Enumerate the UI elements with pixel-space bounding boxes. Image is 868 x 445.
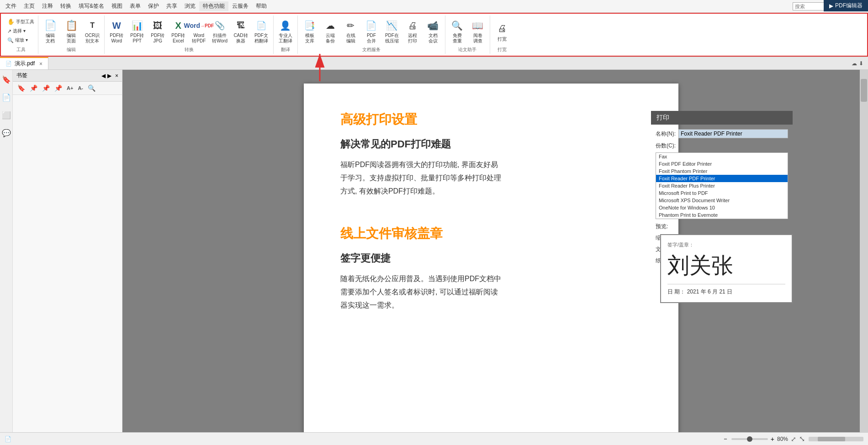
horizontal-scrollbar[interactable] bbox=[809, 437, 863, 440]
pdf-merge-btn[interactable]: 📄 PDF合并 bbox=[361, 17, 381, 46]
edit-doc-btn[interactable]: 📄 编辑文档 bbox=[40, 17, 60, 46]
pro-translate-btn[interactable]: 👤 专业人工翻译 bbox=[275, 17, 296, 46]
print-btn[interactable]: 🖨 打宽 bbox=[492, 17, 512, 46]
remote-print-btn[interactable]: 🖨 远程打印 bbox=[402, 17, 423, 46]
group-label-edit: 编辑 bbox=[67, 47, 76, 53]
zoom-percent: 80% bbox=[777, 436, 788, 440]
zoom-handle[interactable] bbox=[747, 436, 752, 440]
pdf-to-jpg-icon: 🖼 bbox=[150, 19, 165, 32]
left-icon-layers[interactable]: ⬜ bbox=[0, 109, 13, 121]
sidebar-tool-pin3[interactable]: 📌 bbox=[53, 84, 63, 93]
doc-tab-demo[interactable]: 📄 演示.pdf × bbox=[0, 57, 48, 69]
sidebar-close-icon[interactable]: × bbox=[115, 73, 118, 79]
menu-share[interactable]: 共享 bbox=[163, 1, 181, 11]
printer-phantom-evernote[interactable]: Phantom Print to Evernote bbox=[656, 211, 788, 219]
printer-foxit-phantom[interactable]: Foxit Phantom Printer bbox=[656, 168, 788, 175]
pdf-to-jpg-btn[interactable]: 🖼 PDF转JPG bbox=[148, 17, 168, 46]
section1: 高级打印设置 解决常见的PDF打印难题 福昕PDF阅读器拥有强大的打印功能, 界… bbox=[340, 111, 642, 198]
sidebar-next-icon[interactable]: ▶ bbox=[107, 73, 111, 79]
sidebar-tool-bookmark[interactable]: 🔖 bbox=[16, 84, 26, 93]
menu-help[interactable]: 帮助 bbox=[252, 1, 270, 11]
sidebar-prev-icon[interactable]: ◀ bbox=[101, 73, 106, 79]
menu-cloud[interactable]: 云服务 bbox=[228, 1, 252, 11]
left-icon-page[interactable]: 📄 bbox=[0, 91, 13, 104]
printer-fax[interactable]: Fax bbox=[656, 153, 788, 160]
printer-ms-xps[interactable]: Microsoft XPS Document Writer bbox=[656, 197, 788, 204]
zoom-slider[interactable] bbox=[731, 438, 768, 440]
cloud-backup-icon: ☁ bbox=[323, 19, 338, 32]
vertical-scrollbar[interactable]: ▼ bbox=[860, 70, 868, 439]
online-edit-btn[interactable]: ✏ 在线编辑 bbox=[341, 17, 361, 46]
cloud-backup-btn[interactable]: ☁ 云端备份 bbox=[320, 17, 340, 46]
word-to-pdf-btn[interactable]: Word→PDF Word转PDF bbox=[189, 17, 209, 46]
section1-title: 高级打印设置 bbox=[340, 111, 642, 128]
doc-tab-close-btn[interactable]: × bbox=[39, 61, 42, 67]
menu-sign[interactable]: 填写&签名 bbox=[75, 1, 108, 11]
scrollbar-thumb[interactable] bbox=[861, 79, 867, 102]
grading-survey-icon: 📖 bbox=[471, 19, 485, 32]
printer-onenote[interactable]: OneNote for Windows 10 bbox=[656, 204, 788, 211]
pdf-editor-arrow-icon: ▶ bbox=[829, 3, 833, 9]
menu-view[interactable]: 视图 bbox=[108, 1, 126, 11]
sidebar-tool-search[interactable]: 🔍 bbox=[87, 84, 96, 93]
check-plagiarism-btn[interactable]: 🔍 免费查重 bbox=[447, 17, 467, 46]
printer-ms-pdf[interactable]: Microsoft Print to PDF bbox=[656, 189, 788, 197]
scan-to-word-btn[interactable]: 📎 扫描件转Word bbox=[209, 17, 230, 46]
zoom-plus-btn[interactable]: + bbox=[771, 435, 774, 440]
menu-browse[interactable]: 浏览 bbox=[181, 1, 199, 11]
grading-survey-btn[interactable]: 📖 阅卷调查 bbox=[468, 17, 488, 46]
sidebar: 书签 ◀ ▶ × 🔖 📌 📌 📌 A+ A- 🔍 bbox=[13, 70, 122, 439]
edit-page-btn[interactable]: 📋 编辑页面 bbox=[61, 17, 81, 46]
printer-foxit-reader-plus[interactable]: Foxit Reader Plus Printer bbox=[656, 182, 788, 189]
pdf-editor-label: PDF编辑器 bbox=[835, 2, 863, 10]
cad-converter-btn[interactable]: 🏗 CAD转换器 bbox=[231, 17, 251, 46]
pdf-editor-button[interactable]: ▶ PDF编辑器 bbox=[824, 0, 868, 11]
sidebar-tool-pin2[interactable]: 📌 bbox=[41, 84, 51, 93]
printer-foxit-reader[interactable]: Foxit Reader PDF Printer bbox=[656, 175, 788, 182]
section2-body: 随着无纸化办公应用普及。当遇到使用PDF文档中需要添加个人签名或者标识时, 可以… bbox=[340, 272, 642, 312]
menu-form[interactable]: 表单 bbox=[126, 1, 144, 11]
group-label-paper: 论文助手 bbox=[458, 47, 476, 53]
sign-label: 签字/盖章： bbox=[667, 241, 785, 248]
printer-foxit-pdf-editor[interactable]: Foxit PDF Editor Printer bbox=[656, 160, 788, 168]
menu-file[interactable]: 文件 bbox=[2, 1, 20, 11]
sign-date-value: 2021 年 6 月 21 日 bbox=[687, 288, 732, 295]
tool-zoom[interactable]: 🔍 缩放 ▾ bbox=[5, 36, 36, 44]
ocr-btn[interactable]: T OCR识别文本 bbox=[82, 17, 102, 46]
pdf-to-ppt-btn[interactable]: 📊 PDF转PPT bbox=[127, 17, 147, 46]
print-name-input[interactable] bbox=[678, 129, 788, 138]
pdf-translate-btn[interactable]: 📄 PDF文档翻译 bbox=[251, 17, 271, 46]
left-icon-bookmark[interactable]: 🔖 bbox=[0, 73, 13, 86]
main-layout: 🔖 📄 ⬜ 💬 书签 ◀ ▶ × 🔖 📌 📌 📌 A+ A- 🔍 bbox=[0, 70, 868, 439]
left-icon-comment[interactable]: 💬 bbox=[0, 127, 13, 139]
pdf-to-word-btn[interactable]: W PDF转Word bbox=[106, 17, 127, 46]
doc-tab-bar: 📄 演示.pdf × ☁ ⬇ ▶ PDF编辑器 bbox=[0, 57, 868, 70]
section2: 线上文件审核盖章 签字更便捷 随着无纸化办公应用普及。当遇到使用PDF文档中需要… bbox=[340, 225, 642, 312]
doc-meeting-btn[interactable]: 📹 文档会议 bbox=[423, 17, 443, 46]
template-lib-btn[interactable]: 📑 模板文库 bbox=[300, 17, 320, 46]
sidebar-tool-pin1[interactable]: 📌 bbox=[29, 84, 38, 93]
zoom-minus-btn[interactable]: － bbox=[722, 435, 729, 440]
menu-special[interactable]: 特色功能 bbox=[199, 1, 228, 11]
edit-page-icon: 📋 bbox=[64, 19, 79, 32]
menu-home[interactable]: 主页 bbox=[20, 1, 38, 11]
doc-meeting-icon: 📹 bbox=[426, 19, 440, 32]
horizontal-scrollbar-thumb[interactable] bbox=[818, 437, 845, 440]
pdf-compress-btn[interactable]: 📉 PDF在线压缩 bbox=[382, 17, 402, 46]
ribbon-group-convert: W PDF转Word 📊 PDF转PPT 🖼 PDF转JPG X PDF转Exc… bbox=[105, 16, 274, 54]
print-icon: 🖨 bbox=[495, 21, 509, 36]
sign-date-label: 日 期： bbox=[667, 288, 685, 295]
tool-select[interactable]: ↗ 选择 ▾ bbox=[5, 27, 36, 35]
doc-scroll-content[interactable]: 高级打印设置 解决常见的PDF打印难题 福昕PDF阅读器拥有强大的打印功能, 界… bbox=[122, 70, 860, 439]
sidebar-tool-zoom-out-text[interactable]: A- bbox=[77, 84, 84, 92]
menu-comment[interactable]: 注释 bbox=[38, 1, 57, 11]
doc-viewer-inner: 高级打印设置 解决常见的PDF打印难题 福昕PDF阅读器拥有强大的打印功能, 界… bbox=[122, 70, 868, 439]
menu-protect[interactable]: 保护 bbox=[144, 1, 163, 11]
zoom-expand-icon[interactable]: ⤢ bbox=[791, 435, 796, 440]
menu-convert[interactable]: 转换 bbox=[57, 1, 75, 11]
full-screen-icon[interactable]: ⤡ bbox=[799, 435, 805, 439]
sidebar-tool-zoom-in-text[interactable]: A+ bbox=[66, 84, 74, 92]
tool-hand[interactable]: ✋ 手型工具 bbox=[5, 17, 36, 26]
ocr-icon: T bbox=[85, 19, 100, 32]
pdf-to-word-icon: W bbox=[109, 19, 124, 32]
